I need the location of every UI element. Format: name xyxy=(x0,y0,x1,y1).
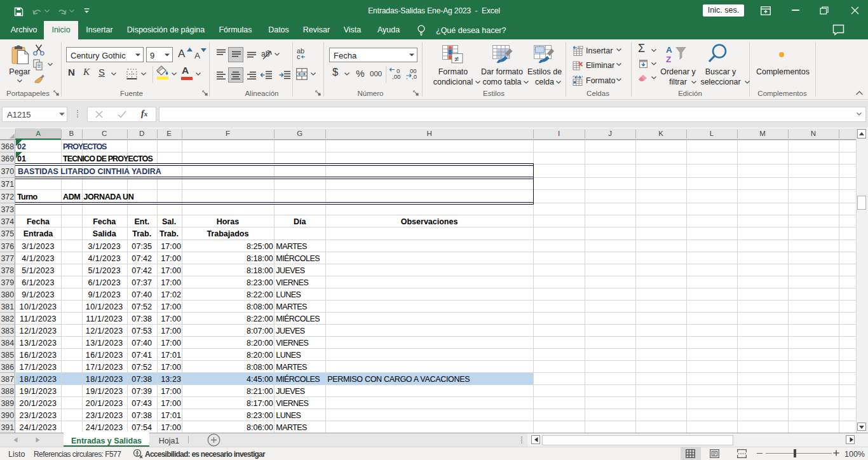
svg-text:≠: ≠ xyxy=(455,55,459,64)
svg-text:A: A xyxy=(666,45,672,55)
svg-text:c: c xyxy=(297,53,301,60)
svg-text:,0: ,0 xyxy=(412,73,417,79)
svg-text:Z: Z xyxy=(666,55,671,64)
svg-text:,: , xyxy=(406,73,408,79)
svg-text:,00: ,00 xyxy=(392,73,400,79)
